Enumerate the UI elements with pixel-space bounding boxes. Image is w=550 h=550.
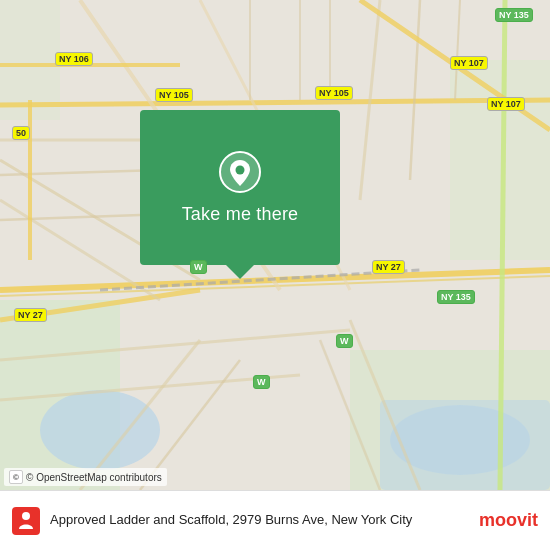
svg-rect-7 <box>380 400 550 490</box>
route-badge-ny106: NY 106 <box>55 52 93 66</box>
take-me-there-label: Take me there <box>182 204 299 225</box>
svg-point-39 <box>22 512 30 520</box>
osm-logo: © <box>9 470 23 484</box>
route-badge-ny27-right: NY 27 <box>372 260 405 274</box>
svg-point-5 <box>40 390 160 470</box>
address-text: Approved Ladder and Scaffold, 2979 Burns… <box>50 512 469 529</box>
osm-attribution: © © OpenStreetMap contributors <box>4 468 167 486</box>
location-pin-icon <box>218 150 262 194</box>
attribution-text: © OpenStreetMap contributors <box>26 472 162 483</box>
route-badge-50: 50 <box>12 126 30 140</box>
overlay-pointer <box>226 265 254 279</box>
map-container: NY 135 NY 106 NY 107 NY 105 NY 105 50 NY… <box>0 0 550 490</box>
moovit-wordmark: moovit <box>479 510 538 531</box>
moovit-logo <box>12 507 40 535</box>
route-badge-ny27-left: NY 27 <box>14 308 47 322</box>
route-badge-ny107-top: NY 107 <box>450 56 488 70</box>
route-badge-w2: W <box>336 334 353 348</box>
svg-rect-38 <box>12 507 40 535</box>
moovit-icon <box>12 507 40 535</box>
route-badge-ny135-mid: NY 135 <box>437 290 475 304</box>
route-badge-ny135-top: NY 135 <box>495 8 533 22</box>
take-me-there-button[interactable]: Take me there <box>140 110 340 265</box>
route-badge-ny105-left: NY 105 <box>155 88 193 102</box>
svg-point-37 <box>236 166 245 175</box>
route-badge-ny107-right: NY 107 <box>487 97 525 111</box>
route-badge-w3: W <box>253 375 270 389</box>
svg-rect-3 <box>450 60 550 260</box>
route-badge-w1: W <box>190 260 207 274</box>
bottom-bar: Approved Ladder and Scaffold, 2979 Burns… <box>0 490 550 550</box>
route-badge-ny105-right: NY 105 <box>315 86 353 100</box>
